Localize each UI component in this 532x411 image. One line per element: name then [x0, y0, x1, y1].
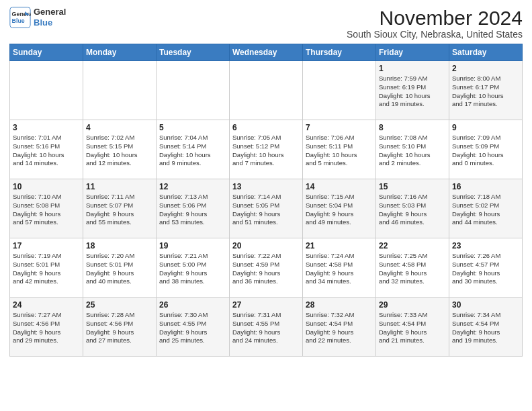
- title-block: November 2024 South Sioux City, Nebraska…: [347, 7, 523, 40]
- day-number: 9: [452, 123, 519, 132]
- calendar-week-3: 10Sunrise: 7:10 AM Sunset: 5:08 PM Dayli…: [10, 179, 523, 238]
- day-info: Sunrise: 7:24 AM Sunset: 4:58 PM Dayligh…: [306, 252, 373, 286]
- day-number: 27: [232, 300, 300, 310]
- day-info: Sunrise: 7:26 AM Sunset: 4:57 PM Dayligh…: [452, 252, 519, 286]
- calendar-cell: [303, 61, 376, 120]
- calendar-cell: [230, 61, 303, 120]
- calendar-cell: [10, 61, 83, 120]
- calendar-header-thursday: Thursday: [303, 44, 376, 61]
- calendar-cell: 1Sunrise: 7:59 AM Sunset: 6:19 PM Daylig…: [376, 61, 449, 120]
- calendar-cell: 8Sunrise: 7:08 AM Sunset: 5:10 PM Daylig…: [376, 120, 449, 179]
- calendar-cell: 3Sunrise: 7:01 AM Sunset: 5:16 PM Daylig…: [10, 120, 83, 179]
- day-info: Sunrise: 7:22 AM Sunset: 4:59 PM Dayligh…: [232, 252, 300, 286]
- day-info: Sunrise: 7:32 AM Sunset: 4:54 PM Dayligh…: [306, 311, 373, 345]
- calendar-header-tuesday: Tuesday: [157, 44, 230, 61]
- logo-line2: Blue: [34, 17, 66, 28]
- day-number: 7: [306, 123, 373, 132]
- day-number: 24: [13, 300, 80, 310]
- logo-text: General Blue: [34, 7, 66, 28]
- day-info: Sunrise: 7:01 AM Sunset: 5:16 PM Dayligh…: [13, 134, 80, 168]
- day-info: Sunrise: 7:21 AM Sunset: 5:00 PM Dayligh…: [159, 252, 226, 286]
- day-info: Sunrise: 7:25 AM Sunset: 4:58 PM Dayligh…: [379, 252, 446, 286]
- day-number: 10: [13, 182, 80, 191]
- calendar-week-4: 17Sunrise: 7:19 AM Sunset: 5:01 PM Dayli…: [10, 238, 523, 298]
- calendar-cell: [83, 61, 157, 120]
- day-number: 3: [13, 123, 80, 132]
- calendar-cell: 12Sunrise: 7:13 AM Sunset: 5:06 PM Dayli…: [157, 179, 230, 238]
- day-number: 23: [452, 241, 519, 250]
- page: General Blue General Blue November 2024 …: [0, 0, 532, 363]
- calendar-cell: 24Sunrise: 7:27 AM Sunset: 4:56 PM Dayli…: [10, 298, 83, 357]
- logo: General Blue General Blue: [9, 7, 66, 28]
- calendar-cell: 13Sunrise: 7:14 AM Sunset: 5:05 PM Dayli…: [230, 179, 303, 238]
- calendar-cell: 10Sunrise: 7:10 AM Sunset: 5:08 PM Dayli…: [10, 179, 83, 238]
- calendar-cell: 27Sunrise: 7:31 AM Sunset: 4:55 PM Dayli…: [230, 298, 303, 357]
- day-number: 11: [86, 182, 153, 191]
- svg-text:Blue: Blue: [12, 17, 25, 24]
- calendar-cell: 28Sunrise: 7:32 AM Sunset: 4:54 PM Dayli…: [303, 298, 376, 357]
- day-number: 13: [232, 182, 300, 191]
- day-info: Sunrise: 7:59 AM Sunset: 6:19 PM Dayligh…: [379, 75, 446, 109]
- day-info: Sunrise: 7:06 AM Sunset: 5:11 PM Dayligh…: [306, 134, 373, 168]
- logo-icon: General Blue: [9, 7, 31, 28]
- calendar-cell: 25Sunrise: 7:28 AM Sunset: 4:56 PM Dayli…: [83, 298, 157, 357]
- calendar-cell: 9Sunrise: 7:09 AM Sunset: 5:09 PM Daylig…: [449, 120, 523, 179]
- day-number: 20: [232, 241, 300, 250]
- calendar-cell: [157, 61, 230, 120]
- calendar-cell: 18Sunrise: 7:20 AM Sunset: 5:01 PM Dayli…: [83, 238, 157, 298]
- day-info: Sunrise: 7:05 AM Sunset: 5:12 PM Dayligh…: [232, 134, 300, 168]
- calendar-week-5: 24Sunrise: 7:27 AM Sunset: 4:56 PM Dayli…: [10, 298, 523, 357]
- day-number: 6: [232, 123, 300, 132]
- calendar-header-wednesday: Wednesday: [230, 44, 303, 61]
- day-info: Sunrise: 7:27 AM Sunset: 4:56 PM Dayligh…: [13, 311, 80, 345]
- calendar-cell: 29Sunrise: 7:33 AM Sunset: 4:54 PM Dayli…: [376, 298, 449, 357]
- day-number: 19: [159, 241, 226, 250]
- page-title: November 2024: [347, 7, 523, 29]
- calendar-cell: 19Sunrise: 7:21 AM Sunset: 5:00 PM Dayli…: [157, 238, 230, 298]
- day-number: 28: [306, 300, 373, 310]
- day-info: Sunrise: 7:16 AM Sunset: 5:03 PM Dayligh…: [379, 193, 446, 227]
- page-subtitle: South Sioux City, Nebraska, United State…: [347, 29, 523, 40]
- calendar-header-sunday: Sunday: [10, 44, 83, 61]
- calendar-cell: 17Sunrise: 7:19 AM Sunset: 5:01 PM Dayli…: [10, 238, 83, 298]
- calendar-cell: 26Sunrise: 7:30 AM Sunset: 4:55 PM Dayli…: [157, 298, 230, 357]
- day-number: 25: [86, 300, 153, 310]
- day-info: Sunrise: 7:08 AM Sunset: 5:10 PM Dayligh…: [379, 134, 446, 168]
- calendar-cell: 4Sunrise: 7:02 AM Sunset: 5:15 PM Daylig…: [83, 120, 157, 179]
- day-number: 8: [379, 123, 446, 132]
- calendar-cell: 11Sunrise: 7:11 AM Sunset: 5:07 PM Dayli…: [83, 179, 157, 238]
- day-info: Sunrise: 7:15 AM Sunset: 5:04 PM Dayligh…: [306, 193, 373, 227]
- day-number: 22: [379, 241, 446, 250]
- calendar-cell: 20Sunrise: 7:22 AM Sunset: 4:59 PM Dayli…: [230, 238, 303, 298]
- day-info: Sunrise: 7:28 AM Sunset: 4:56 PM Dayligh…: [86, 311, 153, 345]
- calendar-cell: 22Sunrise: 7:25 AM Sunset: 4:58 PM Dayli…: [376, 238, 449, 298]
- logo-line1: General: [34, 7, 66, 17]
- calendar-header-friday: Friday: [376, 44, 449, 61]
- calendar-cell: 6Sunrise: 7:05 AM Sunset: 5:12 PM Daylig…: [230, 120, 303, 179]
- calendar-cell: 5Sunrise: 7:04 AM Sunset: 5:14 PM Daylig…: [157, 120, 230, 179]
- day-number: 1: [379, 64, 446, 73]
- day-info: Sunrise: 8:00 AM Sunset: 6:17 PM Dayligh…: [452, 75, 519, 109]
- calendar-week-1: 1Sunrise: 7:59 AM Sunset: 6:19 PM Daylig…: [10, 61, 523, 120]
- day-info: Sunrise: 7:11 AM Sunset: 5:07 PM Dayligh…: [86, 193, 153, 227]
- calendar-cell: 14Sunrise: 7:15 AM Sunset: 5:04 PM Dayli…: [303, 179, 376, 238]
- day-info: Sunrise: 7:13 AM Sunset: 5:06 PM Dayligh…: [159, 193, 226, 227]
- day-number: 4: [86, 123, 153, 132]
- day-number: 29: [379, 300, 446, 310]
- day-number: 21: [306, 241, 373, 250]
- calendar-cell: 23Sunrise: 7:26 AM Sunset: 4:57 PM Dayli…: [449, 238, 523, 298]
- calendar-header-row: SundayMondayTuesdayWednesdayThursdayFrid…: [10, 44, 523, 61]
- calendar-header-saturday: Saturday: [449, 44, 523, 61]
- calendar-table: SundayMondayTuesdayWednesdayThursdayFrid…: [9, 44, 523, 357]
- day-info: Sunrise: 7:04 AM Sunset: 5:14 PM Dayligh…: [159, 134, 226, 168]
- day-info: Sunrise: 7:02 AM Sunset: 5:15 PM Dayligh…: [86, 134, 153, 168]
- day-number: 12: [159, 182, 226, 191]
- day-number: 14: [306, 182, 373, 191]
- calendar-cell: 2Sunrise: 8:00 AM Sunset: 6:17 PM Daylig…: [449, 61, 523, 120]
- day-info: Sunrise: 7:10 AM Sunset: 5:08 PM Dayligh…: [13, 193, 80, 227]
- day-number: 2: [452, 64, 519, 73]
- day-info: Sunrise: 7:30 AM Sunset: 4:55 PM Dayligh…: [159, 311, 226, 345]
- calendar-week-2: 3Sunrise: 7:01 AM Sunset: 5:16 PM Daylig…: [10, 120, 523, 179]
- calendar-cell: 16Sunrise: 7:18 AM Sunset: 5:02 PM Dayli…: [449, 179, 523, 238]
- calendar-cell: 30Sunrise: 7:34 AM Sunset: 4:54 PM Dayli…: [449, 298, 523, 357]
